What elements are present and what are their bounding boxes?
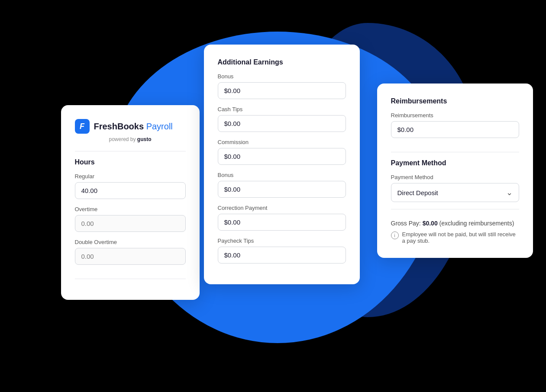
- correction-payment-input[interactable]: [218, 214, 346, 231]
- commission-input[interactable]: [218, 148, 346, 165]
- payment-method-value: Direct Deposit: [397, 189, 438, 196]
- card-middle: Additional Earnings Bonus Cash Tips Comm…: [204, 45, 360, 284]
- freshbooks-brand-name: FreshBooks Payroll: [94, 122, 173, 132]
- hours-section-title: Hours: [75, 158, 186, 166]
- bonus-2-input[interactable]: [218, 181, 346, 198]
- card-left: F FreshBooks Payroll powered by gusto Ho…: [61, 105, 200, 300]
- scene: F FreshBooks Payroll powered by gusto Ho…: [35, 19, 511, 373]
- gross-pay-label: Gross Pay:: [391, 220, 421, 227]
- divider-payment: [391, 209, 519, 209]
- info-note: i Employee will not be paid, but will st…: [391, 231, 519, 244]
- double-overtime-label: Double Overtime: [75, 239, 186, 245]
- card-right: Reimbursements Reimbursements Payment Me…: [377, 84, 533, 258]
- freshbooks-icon: F: [75, 119, 90, 134]
- paycheck-tips-input[interactable]: [218, 247, 346, 263]
- divider-2: [75, 279, 186, 279]
- payment-method-label: Payment Method: [391, 174, 519, 180]
- overtime-input[interactable]: [75, 215, 186, 232]
- chevron-down-icon: ⌄: [506, 188, 513, 197]
- cash-tips-input[interactable]: [218, 115, 346, 132]
- reimbursements-label: Reimbursements: [391, 112, 519, 119]
- cash-tips-label: Cash Tips: [218, 106, 346, 112]
- reimbursements-input[interactable]: [391, 121, 519, 138]
- bonus-1-label: Bonus: [218, 73, 346, 80]
- regular-input[interactable]: [75, 182, 186, 199]
- gross-pay-value: $0.00: [423, 220, 438, 227]
- divider-1: [75, 151, 186, 151]
- correction-payment-label: Correction Payment: [218, 205, 346, 211]
- gross-pay-section: Gross Pay: $0.00 (excluding reimbursemen…: [391, 216, 519, 244]
- payment-method-title: Payment Method: [391, 159, 519, 167]
- double-overtime-input[interactable]: [75, 248, 186, 265]
- payment-method-dropdown[interactable]: Direct Deposit ⌄: [391, 183, 519, 202]
- reimbursements-title: Reimbursements: [391, 97, 519, 105]
- overtime-label: Overtime: [75, 206, 186, 212]
- info-icon: i: [391, 231, 399, 239]
- info-note-text: Employee will not be paid, but will stil…: [402, 231, 519, 244]
- divider-reimbursements: [391, 152, 519, 152]
- gross-pay-text: Gross Pay: $0.00 (excluding reimbursemen…: [391, 220, 519, 227]
- commission-label: Commission: [218, 139, 346, 145]
- powered-by-label: powered by gusto: [75, 136, 186, 142]
- paycheck-tips-label: Paycheck Tips: [218, 238, 346, 244]
- freshbooks-logo: F FreshBooks Payroll: [75, 119, 186, 134]
- bonus-2-label: Bonus: [218, 172, 346, 178]
- bonus-1-input[interactable]: [218, 82, 346, 99]
- gross-pay-note: (excluding reimbursements): [439, 220, 514, 227]
- additional-earnings-title: Additional Earnings: [218, 58, 346, 66]
- regular-label: Regular: [75, 173, 186, 180]
